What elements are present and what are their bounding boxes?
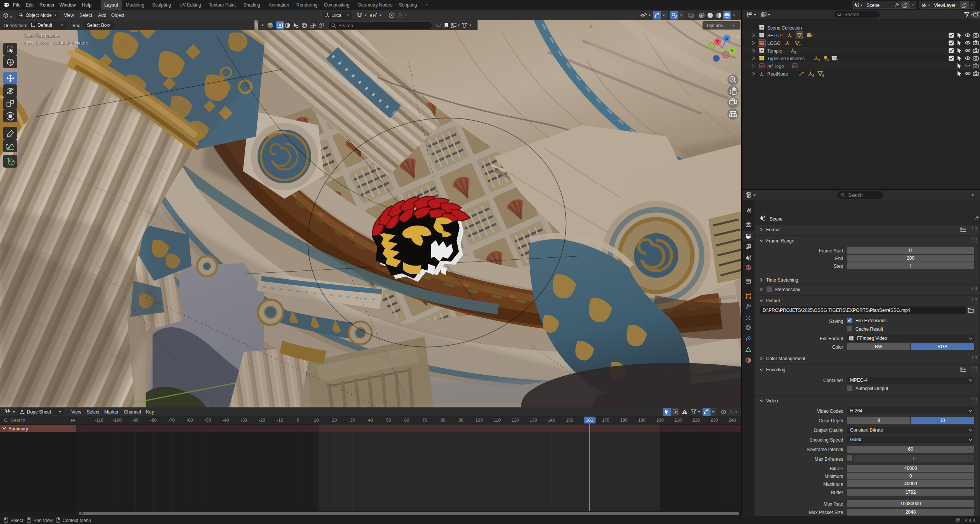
svg-text:80: 80: [440, 418, 445, 422]
svg-text:230: 230: [711, 418, 718, 422]
svg-text:30: 30: [350, 418, 355, 422]
svg-text:-110: -110: [95, 418, 103, 422]
svg-text:X: X: [716, 40, 719, 44]
svg-text:40: 40: [368, 418, 373, 422]
svg-text:180: 180: [620, 418, 627, 422]
svg-text:130: 130: [530, 418, 537, 422]
svg-text:210: 210: [675, 418, 682, 422]
svg-text:-60: -60: [186, 418, 193, 422]
svg-text:Y: Y: [731, 49, 734, 53]
svg-text:50: 50: [386, 418, 391, 422]
svg-text:-40: -40: [223, 418, 229, 422]
svg-text:90: 90: [458, 418, 463, 422]
svg-text:240: 240: [729, 418, 736, 422]
svg-text:220: 220: [693, 418, 700, 422]
svg-text:0: 0: [297, 418, 299, 422]
svg-text:-80: -80: [150, 418, 157, 422]
svg-text:Z: Z: [726, 36, 728, 41]
svg-text:-10: -10: [277, 418, 283, 422]
svg-text:110: 110: [494, 418, 501, 422]
svg-text:120: 120: [512, 418, 519, 422]
svg-text:150: 150: [566, 418, 573, 422]
svg-text:200: 200: [656, 418, 663, 422]
svg-text:60: 60: [404, 418, 409, 422]
svg-text:170: 170: [602, 418, 609, 422]
svg-text:190: 190: [638, 418, 645, 422]
svg-text:70: 70: [422, 418, 427, 422]
svg-text:-100: -100: [113, 418, 121, 422]
svg-text:20: 20: [332, 418, 337, 422]
svg-text:100: 100: [475, 418, 483, 422]
svg-text:-20: -20: [259, 418, 265, 422]
svg-text:140: 140: [548, 418, 555, 422]
svg-text:-90: -90: [132, 418, 139, 422]
svg-text:-30: -30: [241, 418, 247, 422]
svg-text:-50: -50: [205, 418, 211, 422]
svg-text:10: 10: [314, 418, 319, 422]
svg-text:161: 161: [586, 418, 593, 422]
svg-text:-70: -70: [168, 418, 175, 422]
